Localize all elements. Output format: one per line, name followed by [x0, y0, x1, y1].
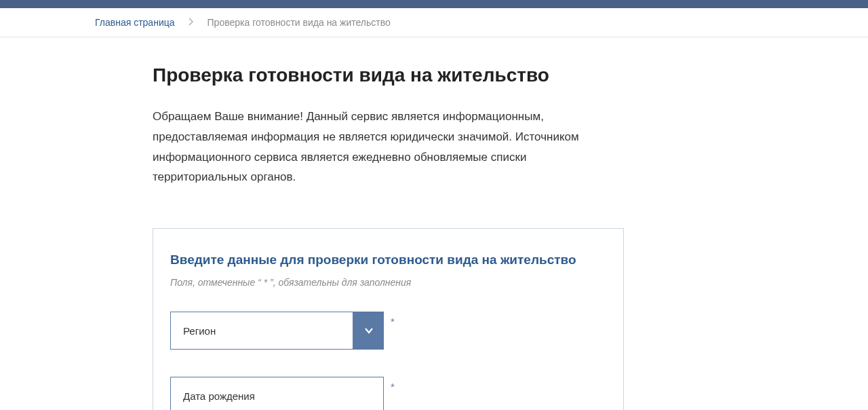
- form-box: Введите данные для проверки готовности в…: [153, 228, 624, 410]
- dob-field-row: *: [170, 377, 606, 410]
- page-title: Проверка готовности вида на жительство: [153, 64, 624, 86]
- top-bar: [0, 0, 868, 8]
- chevron-down-icon: [364, 326, 374, 335]
- required-mark: *: [391, 381, 395, 392]
- chevron-right-icon: [189, 17, 194, 28]
- breadcrumb-current: Проверка готовности вида на жительство: [208, 17, 391, 28]
- form-hint: Поля, отмеченные “ * ”, обязательны для …: [170, 277, 606, 288]
- main-content: Проверка готовности вида на жительство О…: [0, 37, 719, 410]
- form-title: Введите данные для проверки готовности в…: [170, 253, 606, 267]
- region-select-toggle[interactable]: [353, 312, 384, 350]
- region-field-row: Регион *: [170, 312, 606, 350]
- breadcrumb: Главная страница Проверка готовности вид…: [0, 8, 868, 37]
- region-select-label[interactable]: Регион: [170, 312, 353, 350]
- intro-text: Обращаем Ваше внимание! Данный сервис яв…: [153, 107, 624, 187]
- dob-input[interactable]: [170, 377, 384, 410]
- region-select[interactable]: Регион: [170, 312, 384, 350]
- breadcrumb-home-link[interactable]: Главная страница: [95, 17, 175, 28]
- required-mark: *: [391, 316, 395, 327]
